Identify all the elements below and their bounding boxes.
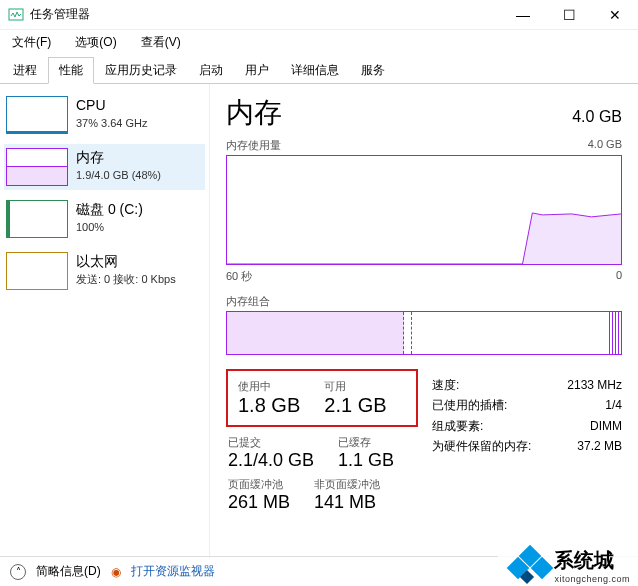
mem-thumb — [6, 148, 68, 186]
chevron-up-icon[interactable]: ˄ — [10, 564, 26, 580]
disk-title: 磁盘 0 (C:) — [76, 200, 143, 220]
available-label: 可用 — [324, 379, 386, 394]
titlebar: 任务管理器 — ☐ ✕ — [0, 0, 638, 30]
cached-value: 1.1 GB — [338, 450, 394, 471]
sidebar-item-ethernet[interactable]: 以太网发送: 0 接收: 0 Kbps — [4, 248, 205, 294]
paged-label: 页面缓冲池 — [228, 477, 290, 492]
menu-view[interactable]: 查看(V) — [133, 32, 189, 53]
time-axis-left: 60 秒 — [226, 269, 252, 284]
less-details-button[interactable]: 简略信息(D) — [36, 563, 101, 580]
total-memory: 4.0 GB — [572, 108, 622, 126]
content: 内存 4.0 GB 内存使用量 4.0 GB 60 秒 0 内存组合 使用中1.… — [210, 84, 638, 558]
usage-label: 内存使用量 — [226, 138, 281, 153]
cached-label: 已缓存 — [338, 435, 394, 450]
memory-details: 速度:2133 MHz 已使用的插槽:1/4 组成要素:DIMM 为硬件保留的内… — [432, 369, 622, 519]
speed-label: 速度: — [432, 375, 459, 395]
nonpaged-label: 非页面缓冲池 — [314, 477, 380, 492]
page-title: 内存 — [226, 94, 282, 132]
disk-sub: 100% — [76, 220, 143, 235]
tab-performance[interactable]: 性能 — [48, 57, 94, 84]
sidebar-item-cpu[interactable]: CPU37% 3.64 GHz — [4, 92, 205, 138]
memory-usage-graph — [226, 155, 622, 265]
menubar: 文件(F) 选项(O) 查看(V) — [0, 30, 638, 57]
cpu-title: CPU — [76, 96, 148, 116]
time-axis-right: 0 — [616, 269, 622, 284]
resmon-icon: ◉ — [111, 565, 121, 579]
highlighted-stats: 使用中1.8 GB 可用2.1 GB — [226, 369, 418, 427]
minimize-button[interactable]: — — [500, 0, 546, 30]
watermark: 系统城 xitongcheng.com — [498, 542, 638, 586]
sidebar: CPU37% 3.64 GHz 内存1.9/4.0 GB (48%) 磁盘 0 … — [0, 84, 210, 558]
tab-users[interactable]: 用户 — [234, 57, 280, 84]
composition-label: 内存组合 — [226, 294, 622, 309]
menu-file[interactable]: 文件(F) — [4, 32, 59, 53]
memory-composition-graph — [226, 311, 622, 355]
app-icon — [8, 7, 24, 23]
form-value: DIMM — [590, 416, 622, 436]
form-label: 组成要素: — [432, 416, 483, 436]
sidebar-item-disk[interactable]: 磁盘 0 (C:)100% — [4, 196, 205, 242]
close-button[interactable]: ✕ — [592, 0, 638, 30]
net-sub: 发送: 0 接收: 0 Kbps — [76, 272, 176, 287]
tab-startup[interactable]: 启动 — [188, 57, 234, 84]
mem-title: 内存 — [76, 148, 161, 168]
paged-value: 261 MB — [228, 492, 290, 513]
window-title: 任务管理器 — [30, 6, 500, 23]
disk-thumb — [6, 200, 68, 238]
tabs: 进程 性能 应用历史记录 启动 用户 详细信息 服务 — [0, 57, 638, 84]
tab-apphistory[interactable]: 应用历史记录 — [94, 57, 188, 84]
available-value: 2.1 GB — [324, 394, 386, 417]
usage-max: 4.0 GB — [588, 138, 622, 153]
cpu-sub: 37% 3.64 GHz — [76, 116, 148, 131]
net-title: 以太网 — [76, 252, 176, 272]
watermark-url: xitongcheng.com — [554, 574, 630, 584]
watermark-text: 系统城 — [554, 547, 630, 574]
menu-options[interactable]: 选项(O) — [67, 32, 124, 53]
slots-label: 已使用的插槽: — [432, 395, 507, 415]
mem-sub: 1.9/4.0 GB (48%) — [76, 168, 161, 183]
cpu-thumb — [6, 96, 68, 134]
nonpaged-value: 141 MB — [314, 492, 380, 513]
committed-value: 2.1/4.0 GB — [228, 450, 314, 471]
open-resmon-link[interactable]: 打开资源监视器 — [131, 563, 215, 580]
committed-label: 已提交 — [228, 435, 314, 450]
tab-processes[interactable]: 进程 — [2, 57, 48, 84]
reserved-label: 为硬件保留的内存: — [432, 436, 531, 456]
speed-value: 2133 MHz — [567, 375, 622, 395]
tab-services[interactable]: 服务 — [350, 57, 396, 84]
logo-icon — [506, 546, 548, 584]
slots-value: 1/4 — [605, 395, 622, 415]
maximize-button[interactable]: ☐ — [546, 0, 592, 30]
in-use-value: 1.8 GB — [238, 394, 300, 417]
tab-details[interactable]: 详细信息 — [280, 57, 350, 84]
net-thumb — [6, 252, 68, 290]
in-use-label: 使用中 — [238, 379, 300, 394]
sidebar-item-memory[interactable]: 内存1.9/4.0 GB (48%) — [4, 144, 205, 190]
reserved-value: 37.2 MB — [577, 436, 622, 456]
